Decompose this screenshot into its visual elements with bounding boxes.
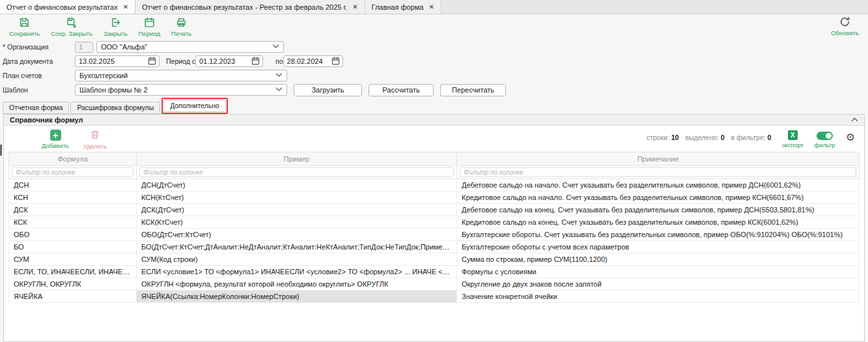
- doc-date-field[interactable]: [75, 55, 160, 67]
- table-cell[interactable]: ДСН(ДтСчет): [137, 179, 457, 192]
- chevron-down-icon: [275, 86, 283, 94]
- table-cell[interactable]: Значение конкретной ячейки: [457, 291, 860, 303]
- chart-of-accounts-select[interactable]: Бухгалтерский: [75, 70, 287, 81]
- table-row[interactable]: ЯЧЕЙКАЯЧЕЙКА(Ссылка:НомерКолонки:НомерСт…: [9, 291, 860, 303]
- add-row-button[interactable]: + Добавить: [42, 130, 69, 149]
- gear-icon[interactable]: ⚙: [846, 132, 855, 143]
- close-icon[interactable]: ✕: [123, 4, 128, 10]
- calendar-icon: [144, 17, 155, 29]
- organization-label: * Организация: [3, 43, 75, 51]
- tab-additional[interactable]: Дополнительно: [163, 100, 226, 112]
- table-cell[interactable]: ДСН: [9, 179, 137, 192]
- column-header-example[interactable]: Пример: [137, 152, 457, 166]
- chart-of-accounts-value: Бухгалтерский: [79, 72, 128, 79]
- close-button[interactable]: Закрыть: [104, 17, 128, 37]
- organization-select[interactable]: ООО "Альфа": [96, 41, 284, 53]
- table-cell[interactable]: КСН(КтСчет): [137, 192, 457, 204]
- table-cell[interactable]: БО(ДтСчет:КтСчет;ДтАналит:НеДтАналит;КтА…: [137, 241, 457, 253]
- table-row[interactable]: ДСНДСН(ДтСчет)Дебетовое сальдо на начало…: [9, 179, 860, 192]
- table-cell[interactable]: ОКРУГЛН, ОКРУГЛК: [9, 278, 137, 291]
- table-cell[interactable]: ЕСЛИ <условие1> ТО <формула1> ИНАЧЕЕСЛИ …: [137, 266, 457, 278]
- form-row-template: Шаблон Шаблон формы № 2 Загрузить Рассчи…: [3, 83, 868, 97]
- table-cell[interactable]: ОБО(ДтСчет:КтСчет): [137, 229, 457, 241]
- column-header-formula[interactable]: Формула: [9, 152, 137, 166]
- table-cell[interactable]: ЯЧЕЙКА(Ссылка:НомерКолонки:НомерСтроки): [137, 291, 457, 303]
- period-to-field[interactable]: [283, 55, 343, 67]
- table-cell[interactable]: Округление до двух знаков после запятой: [457, 278, 860, 291]
- save-icon: [19, 17, 30, 29]
- export-excel-button[interactable]: X экспорт: [781, 130, 804, 149]
- table-row[interactable]: ЕСЛИ, ТО, ИНАЧЕЕСЛИ, ИНАЧЕ, КОНЕЦЕСЛИ <у…: [9, 266, 860, 278]
- period-from-label: Период с: [166, 57, 195, 65]
- table-cell[interactable]: ОКРУГЛН <формула, результат которой необ…: [137, 278, 457, 291]
- refresh-button[interactable]: Обновить: [831, 16, 859, 36]
- table-cell[interactable]: ДСК: [9, 204, 137, 216]
- table-cell[interactable]: КСК: [9, 216, 137, 229]
- recalculate-button[interactable]: Пересчитать: [440, 84, 506, 96]
- table-row[interactable]: КСККСК(КтСчет)Кредитовое сальдо на конец…: [9, 216, 860, 229]
- load-button[interactable]: Загрузить: [294, 84, 362, 96]
- table-cell[interactable]: ЕСЛИ, ТО, ИНАЧЕЕСЛИ, ИНАЧЕ, КОНЕЦ: [9, 266, 137, 278]
- calendar-icon[interactable]: [331, 57, 340, 66]
- print-button[interactable]: Печать: [171, 17, 191, 37]
- window-tab-label: Отчет о финансовых результатах: [7, 3, 118, 11]
- period-from-field[interactable]: [195, 55, 263, 67]
- table-row[interactable]: КСНКСН(КтСчет)Кредитовое сальдо на начал…: [9, 192, 860, 204]
- tab-report-form[interactable]: Отчетная форма: [3, 102, 69, 114]
- subtab-bar: Отчетная форма Расшифровка формулы Допол…: [0, 100, 868, 114]
- table-cell[interactable]: ОБО: [9, 229, 137, 241]
- table-cell[interactable]: Кредитовое сальдо на конец. Счет указыва…: [457, 216, 860, 229]
- table-filter-row: [9, 166, 860, 179]
- template-select[interactable]: Шаблон формы № 2: [75, 84, 287, 96]
- calendar-icon[interactable]: [251, 57, 260, 66]
- panel-resize-handle[interactable]: [0, 145, 2, 156]
- close-icon[interactable]: ✕: [428, 4, 434, 10]
- table-cell[interactable]: КСК(КтСчет): [137, 216, 457, 229]
- column-header-note[interactable]: Примечание: [457, 152, 860, 166]
- window-tab-main-form[interactable]: Главная форма ✕: [365, 0, 441, 14]
- period-from-input[interactable]: [196, 57, 251, 66]
- window-tab-registry[interactable]: Отчет о финансовых результатах - Реестр …: [135, 0, 365, 14]
- table-cell[interactable]: Бухгалтерские обороты с учетом всех пара…: [457, 241, 860, 253]
- period-button[interactable]: Период: [139, 17, 160, 37]
- window-tab-report[interactable]: Отчет о финансовых результатах ✕: [0, 0, 135, 14]
- table-cell[interactable]: ДСК(ДтСчет): [137, 204, 457, 216]
- table-row[interactable]: ОКРУГЛН, ОКРУГЛКОКРУГЛН <формула, резуль…: [9, 278, 860, 291]
- close-icon[interactable]: ✕: [352, 4, 357, 10]
- table-cell[interactable]: Дебетовое сальдо на конец. Счет указыват…: [457, 204, 860, 216]
- table-row[interactable]: ОБООБО(ДтСчет:КтСчет)Бухгалтерские оборо…: [9, 229, 860, 241]
- save-button[interactable]: Сохранить: [9, 17, 40, 37]
- table-cell[interactable]: Формулы с условиями: [457, 266, 860, 278]
- table-cell[interactable]: Дебетовое сальдо на начало. Счет указыва…: [457, 179, 860, 192]
- table-cell[interactable]: Сумма по строкам, пример СУМ(1100,1200): [457, 253, 860, 266]
- save-close-button[interactable]: Сохр. Закрыть: [51, 17, 92, 37]
- calendar-icon[interactable]: [148, 57, 156, 66]
- table-cell[interactable]: ЯЧЕЙКА: [9, 291, 137, 303]
- organization-code-field: [75, 42, 93, 53]
- table-row[interactable]: ДСКДСК(ДтСчет)Дебетовое сальдо на конец.…: [9, 204, 860, 216]
- filter-toggle[interactable]: фильтр: [814, 130, 835, 149]
- doc-date-input[interactable]: [76, 57, 148, 66]
- table-cell[interactable]: БО: [9, 241, 137, 253]
- table-cell[interactable]: Кредитовое сальдо на начало. Счет указыв…: [457, 192, 860, 204]
- table-cell[interactable]: СУМ: [9, 253, 137, 266]
- add-label: Добавить: [42, 142, 69, 149]
- calculate-button[interactable]: Рассчитать: [369, 84, 434, 96]
- table-cell[interactable]: СУМ(Код строки): [137, 253, 457, 266]
- organization-value: ООО "Альфа": [101, 43, 147, 51]
- table-cell[interactable]: КСН: [9, 192, 137, 204]
- export-label: экспорт: [781, 141, 804, 149]
- table-row[interactable]: СУМСУМ(Код строки)Сумма по строкам, прим…: [9, 253, 860, 266]
- document-form: * Организация ООО "Альфа" Дата документа…: [0, 38, 868, 100]
- selected-count-value: 0: [721, 134, 725, 141]
- filter-input-formula[interactable]: [12, 167, 133, 177]
- delete-row-button[interactable]: Удалить: [83, 130, 107, 150]
- tab-formula-decode[interactable]: Расшифровка формулы: [70, 102, 160, 114]
- table-row[interactable]: БОБО(ДтСчет:КтСчет;ДтАналит:НеДтАналит;К…: [9, 241, 860, 253]
- filter-input-note[interactable]: [460, 167, 856, 177]
- period-to-input[interactable]: [284, 57, 331, 66]
- toggle-on-icon[interactable]: [817, 132, 833, 140]
- filter-input-example[interactable]: [139, 167, 454, 177]
- collapse-chevron-icon[interactable]: [851, 116, 858, 124]
- table-cell[interactable]: Бухгалтерские обороты. Счет указывать бе…: [457, 229, 860, 241]
